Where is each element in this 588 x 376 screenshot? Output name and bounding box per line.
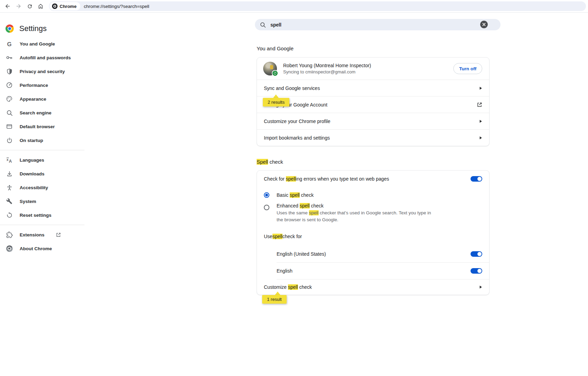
sidebar-item-label: On startup [20,138,43,143]
spell-check-card: Check for spelling errors when you type … [257,170,489,295]
sidebar-item-label: Extensions [20,232,44,237]
english-us-toggle[interactable] [471,251,482,257]
sidebar-item-default-browser[interactable]: Default browser [0,120,84,133]
sync-badge-icon [272,70,278,77]
basic-spell-check-radio[interactable] [264,192,269,198]
svg-text:G: G [7,41,12,48]
spell-check-toggle[interactable] [471,176,482,182]
home-button[interactable] [35,1,46,11]
shield-icon [6,68,13,75]
avatar [263,62,277,75]
reload-button[interactable] [24,1,35,11]
row-label: Check for spelling errors when you type … [264,176,389,182]
search-input[interactable] [270,22,496,28]
browser-toolbar: Chrome chrome://settings/?search=spell [0,0,588,13]
sidebar-item-languages[interactable]: xA Languages [0,153,84,167]
forward-button[interactable] [13,1,24,11]
address-bar[interactable]: Chrome chrome://settings/?search=spell [49,1,586,11]
sidebar-item-label: System [20,199,36,204]
sidebar-item-on-startup[interactable]: On startup [0,133,84,147]
you-and-google-card: Robert Young (Montreal Home Inspector) S… [257,57,489,146]
sidebar-item-accessibility[interactable]: Accessibility [0,181,84,194]
english-toggle[interactable] [471,268,482,274]
sidebar-item-search-engine[interactable]: Search engine [0,106,84,120]
sidebar-item-label: Reset settings [20,213,51,218]
avatar-photo-detail [270,65,273,69]
speedometer-icon [6,82,13,89]
home-icon [38,3,44,9]
svg-text:A: A [9,159,12,164]
result-count-badge: 1 result [262,295,287,304]
sidebar-item-label: Downloads [20,171,44,176]
row-customize-chrome-profile[interactable]: Customize your Chrome profile [257,113,489,129]
row-check-for-spelling: Check for spelling errors when you type … [257,171,489,187]
settings-sidebar: Settings G You and Google Autofill and p… [0,13,84,376]
enhanced-spell-check-radio[interactable] [264,205,269,210]
subpage-arrow-icon [479,285,482,289]
subpage-arrow-icon [479,136,482,140]
browser-window-icon [6,123,13,130]
sidebar-item-about-chrome[interactable]: About Chrome [0,242,84,255]
external-link-icon [56,232,61,237]
sidebar-item-label: Search engine [20,110,51,115]
row-basic-spell-check[interactable]: Basic spell check [257,187,489,203]
enhanced-description: Uses the same spell checker that’s used … [277,210,436,223]
row-label: Manage your Google Account [264,102,477,108]
sidebar-item-extensions[interactable]: Extensions [0,228,84,242]
settings-brand: Settings [0,13,84,37]
sidebar-item-you-and-google[interactable]: G You and Google [0,37,84,51]
sidebar-item-label: Languages [20,157,44,163]
subpage-arrow-icon [479,119,482,123]
sidebar-item-label: Default browser [20,124,55,129]
row-enhanced-spell-check[interactable]: Enhanced spell check Uses the same spell… [257,203,489,227]
search-icon [260,22,266,28]
sidebar-item-label: Appearance [20,96,46,102]
sidebar-item-privacy[interactable]: Privacy and security [0,64,84,78]
row-label: Sync and Google services [264,85,479,91]
forward-icon [16,3,22,9]
svg-text:x: x [7,158,9,162]
sidebar-item-autofill[interactable]: Autofill and passwords [0,51,84,64]
page-title: Settings [19,24,47,33]
language-label: English [277,268,292,274]
sidebar-item-reset[interactable]: Reset settings [0,208,84,222]
search-icon [6,110,13,116]
site-chip[interactable]: Chrome [50,2,80,10]
power-icon [6,137,13,144]
row-manage-google-account[interactable]: Manage your Google Account [257,96,489,113]
row-import-bookmarks[interactable]: Import bookmarks and settings [257,129,489,146]
sidebar-item-downloads[interactable]: Downloads [0,167,84,181]
sidebar-item-system[interactable]: System [0,194,84,208]
url-text: chrome://settings/?search=spell [84,4,149,9]
chrome-logo-icon [6,24,14,33]
back-button[interactable] [2,1,13,11]
row-customize-spell-check[interactable]: Customize spell check [257,280,489,295]
row-label: Customize your Chrome profile [264,119,479,124]
row-label: Import bookmarks and settings [264,135,479,141]
section-header-you-and-google: You and Google [257,45,489,52]
sidebar-item-label: You and Google [20,41,55,47]
radio-label: Basic spell check [277,192,313,198]
palette-icon [6,95,13,102]
row-sync-and-google-services[interactable]: Sync and Google services [257,80,489,96]
close-icon [482,23,486,26]
translate-icon: xA [6,156,13,163]
sidebar-item-label: Accessibility [20,185,48,190]
sidebar-item-label: About Chrome [20,246,52,251]
site-chip-label: Chrome [60,4,76,9]
profile-text: Robert Young (Montreal Home Inspector) S… [283,62,453,75]
result-badge-pointer [275,292,280,295]
settings-search[interactable] [255,19,501,30]
row-language-english-us: English (United States) [257,246,489,262]
sidebar-divider [0,150,84,150]
sidebar-divider [0,225,84,225]
wrench-icon [6,198,13,204]
clear-search-button[interactable] [480,21,488,28]
turn-off-sync-button[interactable]: Turn off [453,63,482,74]
results-badge-pointer [273,94,279,98]
sidebar-item-label: Performance [20,83,48,88]
reload-icon [27,3,33,9]
sidebar-item-performance[interactable]: Performance [0,78,84,92]
google-g-icon: G [6,40,13,47]
sidebar-item-appearance[interactable]: Appearance [0,92,84,106]
